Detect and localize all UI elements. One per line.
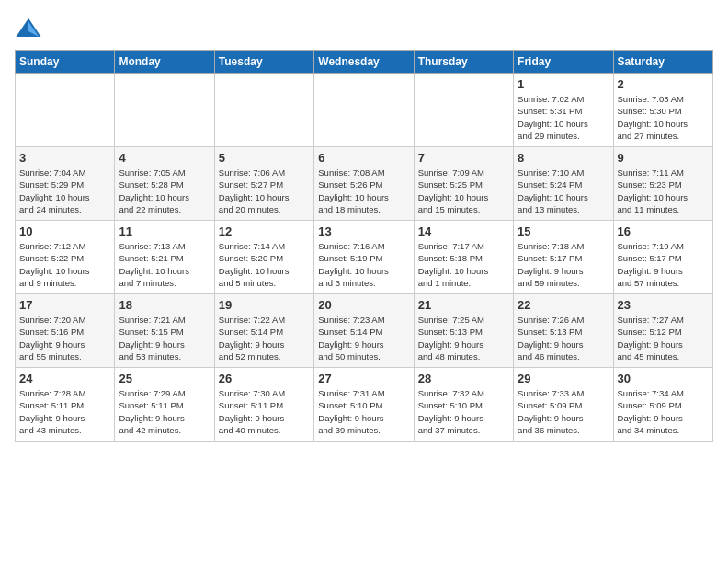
day-number: 21 <box>418 298 509 312</box>
day-number: 8 <box>518 151 609 165</box>
day-detail: Sunrise: 7:27 AM Sunset: 5:12 PM Dayligh… <box>618 314 709 362</box>
week-row-2: 3Sunrise: 7:04 AM Sunset: 5:29 PM Daylig… <box>16 147 713 221</box>
day-cell: 28Sunrise: 7:32 AM Sunset: 5:10 PM Dayli… <box>414 368 513 442</box>
day-cell: 13Sunrise: 7:16 AM Sunset: 5:19 PM Dayli… <box>314 221 414 294</box>
day-number: 7 <box>418 151 509 165</box>
day-cell: 10Sunrise: 7:12 AM Sunset: 5:22 PM Dayli… <box>16 221 115 294</box>
day-cell: 2Sunrise: 7:03 AM Sunset: 5:30 PM Daylig… <box>613 74 712 147</box>
day-cell: 7Sunrise: 7:09 AM Sunset: 5:25 PM Daylig… <box>414 147 513 221</box>
day-number: 15 <box>518 224 609 238</box>
page-header <box>15 15 713 42</box>
day-detail: Sunrise: 7:04 AM Sunset: 5:29 PM Dayligh… <box>19 167 110 215</box>
day-number: 23 <box>618 298 709 312</box>
day-cell: 17Sunrise: 7:20 AM Sunset: 5:16 PM Dayli… <box>16 294 115 368</box>
day-number: 4 <box>119 151 210 165</box>
week-row-1: 1Sunrise: 7:02 AM Sunset: 5:31 PM Daylig… <box>16 74 713 147</box>
day-number: 30 <box>618 372 709 385</box>
day-detail: Sunrise: 7:26 AM Sunset: 5:13 PM Dayligh… <box>518 314 609 362</box>
day-cell: 25Sunrise: 7:29 AM Sunset: 5:11 PM Dayli… <box>115 368 214 442</box>
day-cell: 24Sunrise: 7:28 AM Sunset: 5:11 PM Dayli… <box>16 368 115 442</box>
day-detail: Sunrise: 7:18 AM Sunset: 5:17 PM Dayligh… <box>518 240 609 289</box>
day-number: 26 <box>219 372 310 385</box>
day-number: 6 <box>318 151 409 165</box>
day-number: 19 <box>219 298 310 312</box>
day-detail: Sunrise: 7:23 AM Sunset: 5:14 PM Dayligh… <box>318 314 409 362</box>
day-detail: Sunrise: 7:12 AM Sunset: 5:22 PM Dayligh… <box>19 240 110 289</box>
day-detail: Sunrise: 7:14 AM Sunset: 5:20 PM Dayligh… <box>219 240 310 289</box>
day-cell <box>414 74 513 147</box>
day-detail: Sunrise: 7:05 AM Sunset: 5:28 PM Dayligh… <box>119 167 210 215</box>
day-cell: 26Sunrise: 7:30 AM Sunset: 5:11 PM Dayli… <box>214 368 313 442</box>
day-number: 25 <box>119 372 210 385</box>
day-cell <box>16 74 115 147</box>
day-number: 10 <box>19 224 110 238</box>
day-cell: 27Sunrise: 7:31 AM Sunset: 5:10 PM Dayli… <box>314 368 414 442</box>
day-header-wednesday: Wednesday <box>314 51 414 74</box>
day-cell: 19Sunrise: 7:22 AM Sunset: 5:14 PM Dayli… <box>214 294 313 368</box>
day-cell <box>115 74 214 147</box>
day-detail: Sunrise: 7:17 AM Sunset: 5:18 PM Dayligh… <box>418 240 509 289</box>
day-cell: 29Sunrise: 7:33 AM Sunset: 5:09 PM Dayli… <box>514 368 613 442</box>
day-detail: Sunrise: 7:32 AM Sunset: 5:10 PM Dayligh… <box>418 387 509 436</box>
day-cell: 23Sunrise: 7:27 AM Sunset: 5:12 PM Dayli… <box>613 294 712 368</box>
day-cell: 20Sunrise: 7:23 AM Sunset: 5:14 PM Dayli… <box>314 294 414 368</box>
day-cell: 15Sunrise: 7:18 AM Sunset: 5:17 PM Dayli… <box>514 221 613 294</box>
week-row-3: 10Sunrise: 7:12 AM Sunset: 5:22 PM Dayli… <box>16 221 713 294</box>
day-number: 22 <box>518 298 609 312</box>
day-number: 2 <box>618 77 709 91</box>
day-detail: Sunrise: 7:30 AM Sunset: 5:11 PM Dayligh… <box>219 387 310 436</box>
day-detail: Sunrise: 7:13 AM Sunset: 5:21 PM Dayligh… <box>119 240 210 289</box>
day-number: 12 <box>219 224 310 238</box>
day-cell: 12Sunrise: 7:14 AM Sunset: 5:20 PM Dayli… <box>214 221 313 294</box>
day-detail: Sunrise: 7:28 AM Sunset: 5:11 PM Dayligh… <box>19 387 110 436</box>
day-cell: 11Sunrise: 7:13 AM Sunset: 5:21 PM Dayli… <box>115 221 214 294</box>
day-number: 16 <box>618 224 709 238</box>
day-number: 27 <box>318 372 409 385</box>
day-number: 17 <box>19 298 110 312</box>
day-cell: 3Sunrise: 7:04 AM Sunset: 5:29 PM Daylig… <box>16 147 115 221</box>
day-number: 18 <box>119 298 210 312</box>
day-header-thursday: Thursday <box>414 51 513 74</box>
day-cell <box>314 74 414 147</box>
day-cell: 1Sunrise: 7:02 AM Sunset: 5:31 PM Daylig… <box>514 74 613 147</box>
day-cell: 18Sunrise: 7:21 AM Sunset: 5:15 PM Dayli… <box>115 294 214 368</box>
day-number: 24 <box>19 372 110 385</box>
day-detail: Sunrise: 7:11 AM Sunset: 5:23 PM Dayligh… <box>618 167 709 215</box>
day-number: 11 <box>119 224 210 238</box>
day-cell: 22Sunrise: 7:26 AM Sunset: 5:13 PM Dayli… <box>514 294 613 368</box>
day-header-friday: Friday <box>514 51 613 74</box>
day-detail: Sunrise: 7:09 AM Sunset: 5:25 PM Dayligh… <box>418 167 509 215</box>
day-detail: Sunrise: 7:06 AM Sunset: 5:27 PM Dayligh… <box>219 167 310 215</box>
day-detail: Sunrise: 7:34 AM Sunset: 5:09 PM Dayligh… <box>618 387 709 436</box>
day-cell: 6Sunrise: 7:08 AM Sunset: 5:26 PM Daylig… <box>314 147 414 221</box>
day-detail: Sunrise: 7:33 AM Sunset: 5:09 PM Dayligh… <box>518 387 609 436</box>
day-detail: Sunrise: 7:03 AM Sunset: 5:30 PM Dayligh… <box>618 93 709 142</box>
day-detail: Sunrise: 7:10 AM Sunset: 5:24 PM Dayligh… <box>518 167 609 215</box>
day-number: 13 <box>318 224 409 238</box>
header-row: SundayMondayTuesdayWednesdayThursdayFrid… <box>16 51 713 74</box>
day-cell: 16Sunrise: 7:19 AM Sunset: 5:17 PM Dayli… <box>613 221 712 294</box>
day-cell <box>214 74 313 147</box>
day-detail: Sunrise: 7:21 AM Sunset: 5:15 PM Dayligh… <box>119 314 210 362</box>
day-detail: Sunrise: 7:29 AM Sunset: 5:11 PM Dayligh… <box>119 387 210 436</box>
day-number: 14 <box>418 224 509 238</box>
day-number: 3 <box>19 151 110 165</box>
day-cell: 8Sunrise: 7:10 AM Sunset: 5:24 PM Daylig… <box>514 147 613 221</box>
day-cell: 9Sunrise: 7:11 AM Sunset: 5:23 PM Daylig… <box>613 147 712 221</box>
logo-icon <box>15 15 42 42</box>
day-cell: 4Sunrise: 7:05 AM Sunset: 5:28 PM Daylig… <box>115 147 214 221</box>
day-cell: 5Sunrise: 7:06 AM Sunset: 5:27 PM Daylig… <box>214 147 313 221</box>
day-header-saturday: Saturday <box>613 51 712 74</box>
day-header-sunday: Sunday <box>16 51 115 74</box>
day-header-tuesday: Tuesday <box>214 51 313 74</box>
day-number: 29 <box>518 372 609 385</box>
day-detail: Sunrise: 7:16 AM Sunset: 5:19 PM Dayligh… <box>318 240 409 289</box>
day-detail: Sunrise: 7:31 AM Sunset: 5:10 PM Dayligh… <box>318 387 409 436</box>
day-detail: Sunrise: 7:02 AM Sunset: 5:31 PM Dayligh… <box>518 93 609 142</box>
logo <box>15 15 46 42</box>
day-detail: Sunrise: 7:22 AM Sunset: 5:14 PM Dayligh… <box>219 314 310 362</box>
day-detail: Sunrise: 7:08 AM Sunset: 5:26 PM Dayligh… <box>318 167 409 215</box>
day-cell: 14Sunrise: 7:17 AM Sunset: 5:18 PM Dayli… <box>414 221 513 294</box>
day-detail: Sunrise: 7:19 AM Sunset: 5:17 PM Dayligh… <box>618 240 709 289</box>
calendar-table: SundayMondayTuesdayWednesdayThursdayFrid… <box>15 50 713 442</box>
